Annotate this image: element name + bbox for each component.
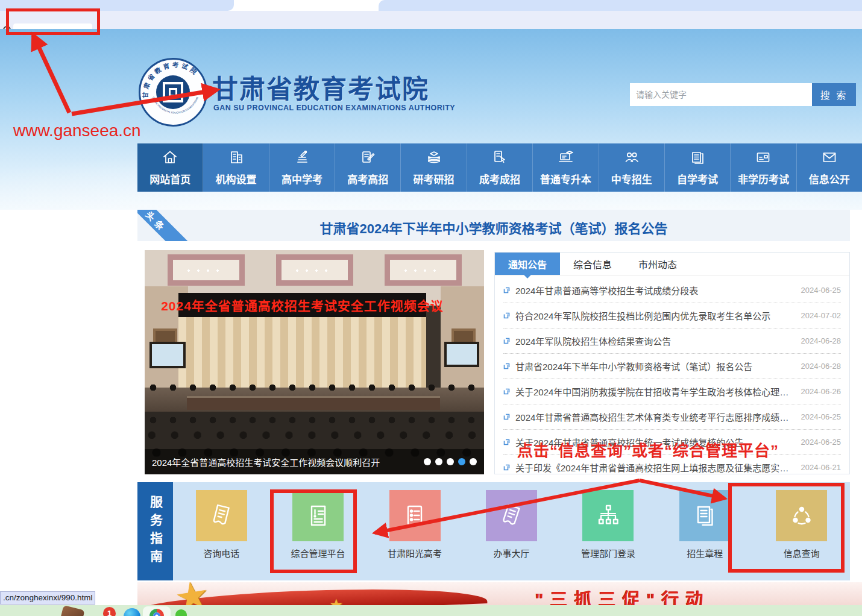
news-carousel[interactable]: 2024年全省普通高校招生考试安全工作视频会议 2024年全省普通高校招生考试安… <box>145 250 484 474</box>
news-link: 符合2024年军队院校招生投档比例范围内优先录取考生名单公示 <box>515 309 796 322</box>
list-item[interactable]: 关于2024年中国消防救援学院在甘招收青年学生政治考核体检心理测试面试 2024… <box>503 379 841 404</box>
tab-notices[interactable]: 通知公告 <box>495 253 560 275</box>
tab-city-news[interactable]: 市州动态 <box>625 253 690 275</box>
org-tree-icon <box>582 490 634 541</box>
browser-tab-left[interactable] <box>0 0 234 11</box>
nav-label: 研考研招 <box>414 171 455 186</box>
nav-label: 普通专升本 <box>540 171 591 186</box>
site-title: 甘肃省教育考试院 <box>212 68 429 105</box>
share-icon <box>776 490 827 541</box>
doc-bullet-icon <box>503 413 510 420</box>
news-date: 2024-06-21 <box>801 463 842 472</box>
book-cursor-icon <box>491 149 508 168</box>
nav-label: 高考高招 <box>347 171 388 186</box>
news-date: 2024-06-25 <box>801 412 842 421</box>
list-item[interactable]: 甘肃省2024年下半年中小学教师资格考试（笔试）报名公告 2024-06-28 <box>503 354 841 379</box>
nav-item-zhuanshengben[interactable]: 普通专升本 <box>533 143 599 192</box>
footer-campaign-banner[interactable]: ★ ★ "三抓三促"行动 <box>137 582 862 606</box>
news-link: 关于2024年中国消防救援学院在甘招收青年学生政治考核体检心理测试面试 <box>515 385 796 398</box>
service-charter[interactable]: 招生章程 <box>659 490 750 559</box>
service-sunshine-gaokao[interactable]: 甘肃阳光高考 <box>370 490 460 559</box>
search-button[interactable]: 搜 索 <box>812 83 856 106</box>
news-date: 2024-06-28 <box>801 336 842 345</box>
list-item[interactable]: 2024年甘肃普通高等学校招生考试成绩分段表 2024-06-25 <box>503 278 841 303</box>
news-link: 甘肃省2024年下半年中小学教师资格考试（笔试）报名公告 <box>515 360 796 372</box>
carousel-dot[interactable] <box>424 458 431 465</box>
service-hall[interactable]: 办事大厅 <box>466 490 556 559</box>
nav-item-chengkao[interactable]: 成考成招 <box>467 143 533 192</box>
list-item[interactable]: 2024年军队院校招生体检结果查询公告 2024-06-28 <box>503 328 841 354</box>
headline-title[interactable]: 甘肃省2024年下半年中小学教师资格考试（笔试）报名公告 <box>137 218 850 237</box>
carousel-caption-bar: 2024年全省普通高校招生考试安全工作视频会议顺利召开 <box>145 449 484 474</box>
home-icon <box>162 149 178 168</box>
doc-bullet-icon <box>503 312 510 319</box>
service-info-query[interactable]: 信息查询 <box>757 490 847 559</box>
nav-item-org[interactable]: 机构设置 <box>203 143 269 192</box>
service-items: 咨询电话 综合管理平台 甘肃阳光高考 办事大厅 管理部门登录 招生章程 信息查询 <box>173 482 850 580</box>
nav-item-zhongzhuan[interactable]: 中专招生 <box>599 143 665 192</box>
news-date: 2024-06-25 <box>801 286 842 295</box>
nav-label: 高中学考 <box>282 171 322 186</box>
carousel-dot[interactable] <box>470 458 477 465</box>
exam-books-icon <box>294 149 310 168</box>
service-guide-label: 服务指南 <box>137 482 173 580</box>
id-card-icon <box>755 149 772 168</box>
search-box: 搜 索 <box>630 83 856 106</box>
books-stack-icon <box>426 149 442 168</box>
edge-browser-icon[interactable] <box>124 608 140 616</box>
nav-label: 自学考试 <box>677 171 718 186</box>
notification-badge: 1 <box>103 607 116 616</box>
doc-bullet-icon <box>503 464 510 471</box>
search-input[interactable] <box>630 83 812 106</box>
news-link: 关于印发《2024年甘肃省普通高校招生网上填报志愿及征集志愿实施办法》 <box>515 461 796 474</box>
service-label: 甘肃阳光高考 <box>388 547 442 559</box>
nav-item-gaokao[interactable]: 高考高招 <box>335 143 401 192</box>
status-link-tooltip: .cn/zonghexinxi/990.html <box>0 591 95 605</box>
org-building-icon <box>228 149 245 168</box>
news-date: 2024-07-02 <box>801 311 842 320</box>
conference-banner: 2024年全省普通高校招生考试安全工作视频会议 <box>178 293 426 317</box>
list-item[interactable]: 2024年甘肃省普通高校招生艺术体育类专业统考平行志愿排序成绩查询公告 2024… <box>503 404 841 430</box>
service-admin-login[interactable]: 管理部门登录 <box>563 490 653 559</box>
carousel-caption: 2024年全省普通高校招生考试安全工作视频会议顺利召开 <box>152 456 380 468</box>
carousel-dot[interactable] <box>447 458 454 465</box>
site-logo-seal[interactable]: 甘肃省教育考试院 GANSU PROVINCIAL EDUCATION EXAM… <box>139 58 207 127</box>
doc-bullet-icon <box>503 388 510 395</box>
chrome-icon <box>149 609 164 616</box>
carousel-dot[interactable] <box>458 458 465 465</box>
news-link: 2024年军队院校招生体检结果查询公告 <box>515 335 796 347</box>
doc-pen-icon <box>359 149 376 168</box>
photo-screen-right <box>444 342 479 367</box>
seal-emblem-icon <box>156 75 190 109</box>
nav-item-kaoyan[interactable]: 研考研招 <box>401 143 467 192</box>
chrome-taskbar-tile[interactable] <box>143 606 171 616</box>
site-subtitle: GAN SU PROVINCAL EDUCATION EXAMINATIONS … <box>213 104 455 112</box>
nav-label: 机构设置 <box>216 171 257 186</box>
nav-item-xinxigongkai[interactable]: 信息公开 <box>797 143 862 192</box>
nav-item-home[interactable]: 网站首页 <box>137 143 203 192</box>
nav-item-feixueli[interactable]: 非学历考试 <box>731 143 796 192</box>
news-link: 2024年甘肃省普通高校招生艺术体育类专业统考平行志愿排序成绩查询公告 <box>515 410 796 423</box>
carousel-dot[interactable] <box>435 458 442 465</box>
list-item[interactable]: 符合2024年军队院校招生投档比例范围内优先录取考生名单公示 2024-07-0… <box>503 303 841 328</box>
annotation-click-hint: 点击“信息查询”或者“综合管理平台” <box>517 438 779 460</box>
service-label: 咨询电话 <box>203 547 239 559</box>
nav-item-highschool-exam[interactable]: 高中学考 <box>269 143 335 192</box>
main-navigation: 网站首页 机构设置 高中学考 高考高招 研考研招 成考成招 普通专升本 中专招生… <box>137 143 862 192</box>
nav-label: 信息公开 <box>809 171 850 186</box>
nav-label: 非学历考试 <box>738 171 789 186</box>
taskbar-app-icon[interactable] <box>60 605 84 616</box>
tab-general-info[interactable]: 综合信息 <box>560 253 625 275</box>
wechat-icon[interactable] <box>175 609 187 616</box>
service-management-platform[interactable]: 综合管理平台 <box>273 490 363 559</box>
taskbar: 1 <box>0 605 862 616</box>
docs-icon <box>689 149 706 168</box>
list-doc-icon <box>389 490 441 541</box>
nav-item-zikao[interactable]: 自学考试 <box>665 143 731 192</box>
banner-slogan: "三抓三促"行动 <box>535 585 710 606</box>
nav-label: 网站首页 <box>149 171 190 186</box>
service-consult-phone[interactable]: 咨询电话 <box>176 490 266 559</box>
doc-bullet-icon <box>503 338 510 344</box>
news-date: 2024-06-26 <box>801 387 842 396</box>
browser-tab-right[interactable] <box>379 0 862 11</box>
